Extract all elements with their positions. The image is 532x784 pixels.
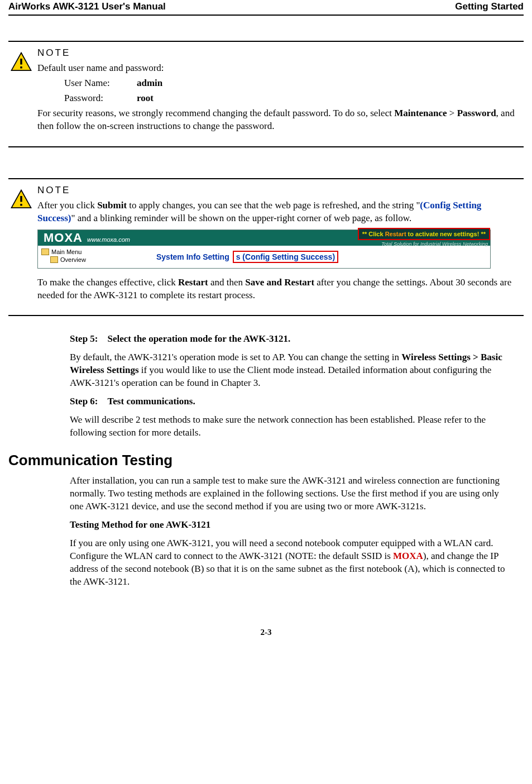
text: " and a blinking reminder will be shown … xyxy=(71,213,411,223)
username-value: admin xyxy=(137,77,162,90)
note-block-credentials: NOTE Default user name and password: Use… xyxy=(8,41,524,147)
text: and then xyxy=(208,277,246,288)
folder-icon xyxy=(41,248,49,255)
moxa-logo: MOXA xyxy=(44,231,83,245)
testing-method-one-para: If you are only using one AWK-3121, you … xyxy=(70,537,512,589)
text: To make the changes effective, click xyxy=(37,277,178,288)
step6-para: We will describe 2 test methods to make … xyxy=(70,414,512,439)
text: to apply changes, you can see that the w… xyxy=(127,200,420,211)
svg-rect-2 xyxy=(20,66,22,69)
text: to activate new settings! ** xyxy=(406,231,486,237)
password-value: root xyxy=(137,92,154,105)
step6-text: Test communications. xyxy=(108,396,195,407)
comm-intro: After installation, you can run a sample… xyxy=(70,475,512,513)
step5-text: Select the operation mode for the AWK-31… xyxy=(108,333,291,344)
header-right: Getting Started xyxy=(455,1,524,12)
config-success-highlight: s (Config Setting Success) xyxy=(233,251,338,263)
save-restart-label: Save and Restart xyxy=(245,277,314,288)
page-header: AirWorks AWK-3121 User's Manual Getting … xyxy=(8,0,524,16)
svg-rect-5 xyxy=(20,204,22,206)
step6-label: Step 6: xyxy=(70,396,98,407)
menu-main-label: Main Menu xyxy=(51,248,82,255)
menu-column: Main Menu Overview xyxy=(38,246,151,268)
restart-label: Restart xyxy=(178,277,208,288)
folder-icon xyxy=(50,256,58,263)
restart-explain: To make the changes effective, click Res… xyxy=(37,276,518,302)
text: After you click xyxy=(37,200,97,211)
comm-body: After installation, you can run a sample… xyxy=(8,475,524,589)
note-block-submit: NOTE After you click Submit to apply cha… xyxy=(8,178,524,317)
svg-rect-4 xyxy=(20,196,22,202)
step5-label: Step 5: xyxy=(70,333,98,344)
restart-word: Restart xyxy=(385,231,406,237)
password-label: Password: xyxy=(64,92,137,105)
step6-heading: Step 6: Test communications. xyxy=(70,395,512,408)
warning-icon xyxy=(9,188,33,212)
submit-explain: After you click Submit to apply changes,… xyxy=(37,199,518,225)
page-number: 2-3 xyxy=(8,628,524,637)
main-body: Step 5: Select the operation mode for th… xyxy=(8,333,524,439)
menu-overview: Overview xyxy=(41,256,147,264)
section-heading-communication-testing: Communication Testing xyxy=(8,452,524,469)
testing-method-one-heading: Testing Method for one AWK-3121 xyxy=(70,519,512,532)
menu-overview-label: Overview xyxy=(60,256,86,263)
moxa-url: www.moxa.com xyxy=(87,236,130,243)
note-label: NOTE xyxy=(37,185,518,196)
default-ssid: MOXA xyxy=(393,551,423,561)
menu-main: Main Menu xyxy=(41,248,147,256)
text: For security reasons, we strongly recomm… xyxy=(37,108,394,118)
warning-icon xyxy=(9,51,33,74)
username-label: User Name: xyxy=(64,77,137,90)
config-success-text: (Config Setting Success) xyxy=(240,252,335,261)
sysinfo-pre: System Info Setting xyxy=(156,252,229,261)
sysinfo-heading: System Info Settings (Config Setting Suc… xyxy=(151,246,490,268)
moxa-header-bar: MOXA www.moxa.com ** Click Restart to ac… xyxy=(38,230,490,246)
credentials-advice: For security reasons, we strongly recomm… xyxy=(37,107,518,133)
note-label: NOTE xyxy=(37,47,518,59)
password-menu-label: Password xyxy=(457,108,496,118)
step5-para: By default, the AWK-3121's operation mod… xyxy=(70,351,512,390)
svg-rect-1 xyxy=(20,59,22,65)
submit-label: Submit xyxy=(97,200,127,211)
text: ** Click xyxy=(362,231,385,237)
text: > xyxy=(447,108,457,118)
moxa-tagline: Total Solution for Industrial Wireless N… xyxy=(381,241,490,247)
credentials-intro: Default user name and password: xyxy=(37,62,518,75)
text: By default, the AWK-3121's operation mod… xyxy=(70,352,401,362)
embedded-screenshot: MOXA www.moxa.com ** Click Restart to ac… xyxy=(37,230,491,269)
step5-heading: Step 5: Select the operation mode for th… xyxy=(70,333,512,346)
restart-callout: ** Click Restart to activate new setting… xyxy=(358,228,490,240)
header-left: AirWorks AWK-3121 User's Manual xyxy=(8,1,166,12)
maintenance-label: Maintenance xyxy=(394,108,447,118)
